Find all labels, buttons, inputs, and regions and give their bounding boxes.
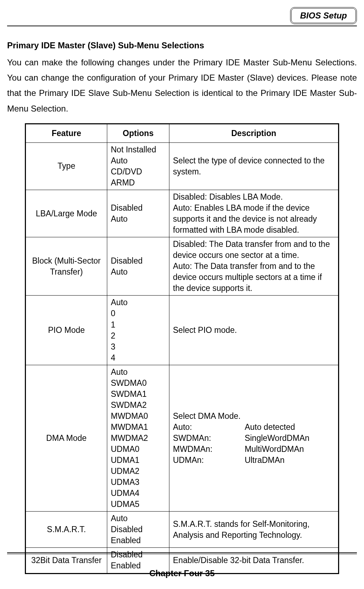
dma-val: UltraDMAn xyxy=(245,455,335,466)
dma-key: MWDMAn: xyxy=(173,444,238,455)
description-cell: Select the type of device connected to t… xyxy=(169,142,339,190)
feature-cell: S.M.A.R.T. xyxy=(26,512,107,548)
description-cell: S.M.A.R.T. stands for Self-Monitoring, A… xyxy=(169,512,339,548)
features-table-wrap: Feature Options Description Type Not Ins… xyxy=(25,123,339,574)
dma-key: SWDMAn: xyxy=(173,433,238,444)
description-cell: Disabled: The Data transfer from and to … xyxy=(169,237,339,296)
table-row: S.M.A.R.T. AutoDisabledEnabled S.M.A.R.T… xyxy=(26,512,339,548)
feature-cell: PIO Mode xyxy=(26,296,107,365)
table-row: PIO Mode Auto01234 Select PIO mode. xyxy=(26,296,339,365)
options-cell: Auto01234 xyxy=(107,296,169,365)
options-cell: AutoDisabledEnabled xyxy=(107,512,169,548)
table-row: Type Not InstalledAutoCD/DVDARMD Select … xyxy=(26,142,339,190)
options-cell: DisabledAuto xyxy=(107,190,169,237)
options-cell: DisabledAuto xyxy=(107,237,169,296)
description-cell: Select PIO mode. xyxy=(169,296,339,365)
feature-cell: Block (Multi-Sector Transfer) xyxy=(26,237,107,296)
dma-key: Auto: xyxy=(173,422,238,433)
feature-cell: Type xyxy=(26,142,107,190)
dma-val: MultiWordDMAn xyxy=(245,444,335,455)
header-options: Options xyxy=(107,124,169,142)
intro-paragraph: You can make the following changes under… xyxy=(7,55,357,116)
table-row: Block (Multi-Sector Transfer) DisabledAu… xyxy=(26,237,339,296)
bottom-rule xyxy=(7,552,357,554)
table-row: DMA Mode AutoSWDMA0SWDMA1SWDMA2MWDMA0MWD… xyxy=(26,365,339,512)
dma-intro: Select DMA Mode. xyxy=(173,411,335,422)
header-feature: Feature xyxy=(26,124,107,142)
header-description: Description xyxy=(169,124,339,142)
footer-area: Chapter Four 35 xyxy=(7,552,357,578)
dma-val: SingleWordDMAn xyxy=(245,433,335,444)
options-cell: AutoSWDMA0SWDMA1SWDMA2MWDMA0MWDMA1MWDMA2… xyxy=(107,365,169,512)
header-tag: BIOS Setup xyxy=(290,7,357,24)
table-header-row: Feature Options Description xyxy=(26,124,339,142)
description-cell: Disabled: Disables LBA Mode.Auto: Enable… xyxy=(169,190,339,237)
section-heading: Primary IDE Master (Slave) Sub-Menu Sele… xyxy=(7,40,357,50)
table-row: LBA/Large Mode DisabledAuto Disabled: Di… xyxy=(26,190,339,237)
footer-text: Chapter Four 35 xyxy=(7,568,357,578)
feature-cell: LBA/Large Mode xyxy=(26,190,107,237)
description-cell: Select DMA Mode. Auto: Auto detected SWD… xyxy=(169,365,339,512)
options-cell: Not InstalledAutoCD/DVDARMD xyxy=(107,142,169,190)
feature-cell: DMA Mode xyxy=(26,365,107,512)
top-rule xyxy=(7,26,357,26)
features-table: Feature Options Description Type Not Ins… xyxy=(25,123,339,574)
dma-val: Auto detected xyxy=(245,422,335,433)
dma-key: UDMAn: xyxy=(173,455,238,466)
